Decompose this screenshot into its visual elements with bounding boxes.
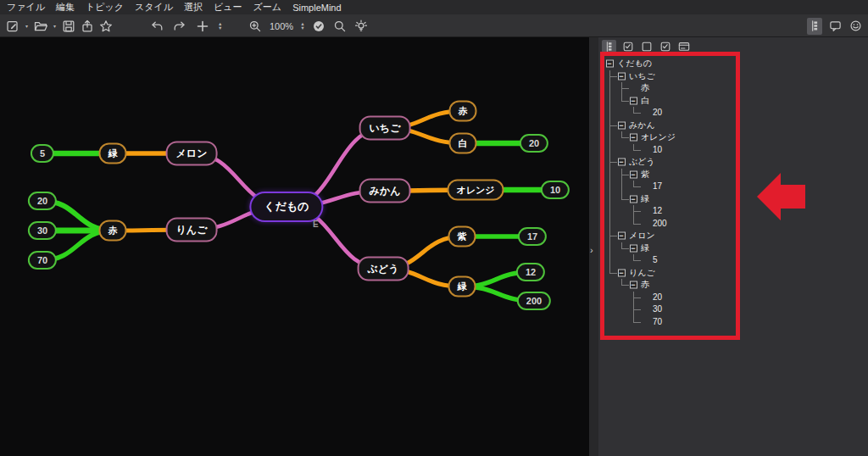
tab-checklist[interactable] — [658, 40, 672, 53]
outline-item[interactable]: −みかん — [617, 120, 676, 132]
menu-item[interactable]: ビュー — [214, 1, 242, 14]
mindmap-node[interactable]: 20 — [520, 134, 548, 153]
collapse-toggle-icon[interactable]: − — [606, 60, 614, 68]
outline-item[interactable]: 赤 — [629, 82, 676, 95]
search-icon[interactable] — [332, 18, 348, 35]
collapse-toggle-icon[interactable]: − — [618, 121, 626, 129]
save-button[interactable] — [61, 18, 76, 35]
mindmap-node[interactable]: 5 — [31, 144, 54, 163]
collapse-toggle-icon[interactable]: − — [618, 158, 626, 166]
outline-item[interactable]: −白 — [629, 95, 676, 108]
outline-item[interactable]: 12 — [641, 205, 676, 218]
tab-index-cards[interactable] — [676, 40, 691, 53]
collapse-toggle-icon[interactable]: − — [630, 195, 637, 203]
collapse-toggle-icon[interactable]: − — [630, 134, 637, 142]
tab-outline[interactable] — [602, 40, 616, 53]
outline-item[interactable]: −りんご — [617, 267, 676, 280]
mindmap-node[interactable]: 赤 — [99, 220, 127, 242]
add-topic-stepper[interactable]: ▲▼ — [218, 22, 222, 30]
collapse-toggle-icon[interactable]: − — [630, 97, 637, 104]
mindmap-node[interactable]: 30 — [28, 221, 57, 240]
outline-item[interactable]: −ぶどう — [617, 156, 676, 169]
redo-button[interactable] — [172, 18, 187, 35]
mindmap-node[interactable]: りんご — [166, 218, 218, 242]
outline-item[interactable]: −いちご — [617, 70, 676, 83]
annotation-arrow — [757, 173, 805, 220]
menu-item[interactable]: スタイル — [135, 1, 173, 14]
outline-item[interactable]: 30 — [641, 303, 676, 316]
mindmap-node[interactable]: 70 — [28, 251, 57, 270]
mindmap-node[interactable]: 10 — [541, 181, 570, 199]
outline-label: オレンジ — [641, 131, 676, 144]
mindmap-node[interactable]: みかん — [359, 179, 411, 203]
tree-line — [621, 279, 622, 285]
outline-item[interactable]: −メロン — [617, 230, 676, 242]
mindmap-node[interactable]: 緑 — [99, 143, 127, 164]
share-button[interactable] — [80, 18, 95, 35]
mindmap-node[interactable]: 17 — [518, 227, 547, 246]
open-dropdown-caret[interactable]: ▾ — [52, 23, 58, 29]
mindmap-node[interactable]: オレンジ — [447, 180, 504, 201]
mindmap-node[interactable]: 赤 — [449, 101, 477, 122]
panel-toggle-group — [807, 14, 868, 37]
notes-icon[interactable] — [827, 18, 843, 35]
emoji-icon[interactable] — [848, 18, 863, 35]
outline-item[interactable]: 70 — [641, 316, 676, 329]
collapse-toggle-icon[interactable]: − — [618, 232, 626, 240]
tab-task-list[interactable] — [620, 40, 635, 53]
menu-item[interactable]: ファイル — [7, 1, 45, 14]
mindmap-node[interactable]: 200 — [517, 292, 551, 310]
mindmap-node[interactable]: 白 — [449, 133, 477, 154]
undo-button[interactable] — [149, 18, 164, 35]
menu-item[interactable]: ズーム — [253, 1, 282, 14]
open-button[interactable] — [33, 18, 48, 35]
tree-line — [621, 131, 622, 137]
outline-label: みかん — [629, 120, 655, 132]
outline-item[interactable]: 20 — [641, 292, 676, 304]
add-topic-button[interactable] — [195, 18, 210, 35]
tree-line — [621, 169, 622, 199]
collapse-toggle-icon[interactable]: − — [618, 72, 626, 80]
panel-splitter[interactable]: › — [589, 37, 598, 456]
mindmap-edges-layer — [0, 37, 589, 456]
mindmap-node[interactable]: いちご — [359, 116, 411, 141]
outline-panel-toggle[interactable] — [807, 18, 822, 35]
collapse-toggle-icon[interactable]: − — [630, 281, 637, 289]
tab-plain-list[interactable] — [639, 40, 654, 53]
outline-item[interactable]: 5 — [641, 254, 676, 267]
zoom-in-icon[interactable] — [248, 18, 263, 35]
mindmap-node[interactable]: 紫 — [448, 226, 476, 247]
new-dropdown-caret[interactable]: ▾ — [24, 23, 30, 29]
menu-item[interactable]: 編集 — [56, 1, 75, 14]
menu-bar: ファイル編集トピックスタイル選択ビューズームSimpleMind — [0, 0, 868, 14]
outline-item[interactable]: 200 — [641, 218, 676, 231]
zoom-stepper[interactable]: ▲▼ — [300, 22, 304, 30]
mindmap-node[interactable]: メロン — [166, 142, 218, 166]
outline-item[interactable]: 17 — [641, 181, 676, 193]
menu-item[interactable]: SimpleMind — [292, 3, 341, 13]
mindmap-node[interactable]: ぶどう — [358, 257, 409, 281]
outline-item[interactable]: −赤 — [629, 279, 676, 292]
hints-icon[interactable] — [353, 18, 369, 35]
outline-item[interactable]: −緑 — [629, 193, 676, 206]
new-mind-map-button[interactable] — [5, 18, 20, 35]
mindmap-node[interactable]: 20 — [28, 192, 57, 210]
outline-item[interactable]: 20 — [641, 107, 676, 120]
menu-item[interactable]: トピック — [86, 1, 124, 14]
collapse-toggle-icon[interactable]: − — [630, 244, 637, 252]
mindmap-node[interactable]: 緑 — [448, 276, 476, 298]
focus-mode-icon[interactable] — [311, 18, 326, 35]
mindmap-node[interactable]: くだもの — [249, 192, 323, 222]
menu-item[interactable]: 選択 — [184, 1, 203, 14]
mindmap-node[interactable]: 12 — [516, 263, 545, 281]
outline-item[interactable]: −紫 — [629, 169, 676, 181]
outline-item[interactable]: −緑 — [629, 242, 676, 255]
outline-item[interactable]: −くだもの — [605, 58, 676, 70]
favorites-button[interactable] — [98, 18, 114, 35]
collapse-toggle-icon[interactable]: − — [630, 170, 637, 178]
outline-item[interactable]: 10 — [641, 144, 676, 157]
mindmap-canvas[interactable]: くだものいちご赤白20みかんオレンジ10ぶどう紫17緑12200メロン緑5りんご… — [0, 37, 589, 456]
collapse-toggle-icon[interactable]: − — [618, 269, 626, 276]
splitter-chevron-icon[interactable]: › — [590, 246, 593, 255]
outline-item[interactable]: −オレンジ — [629, 131, 676, 144]
